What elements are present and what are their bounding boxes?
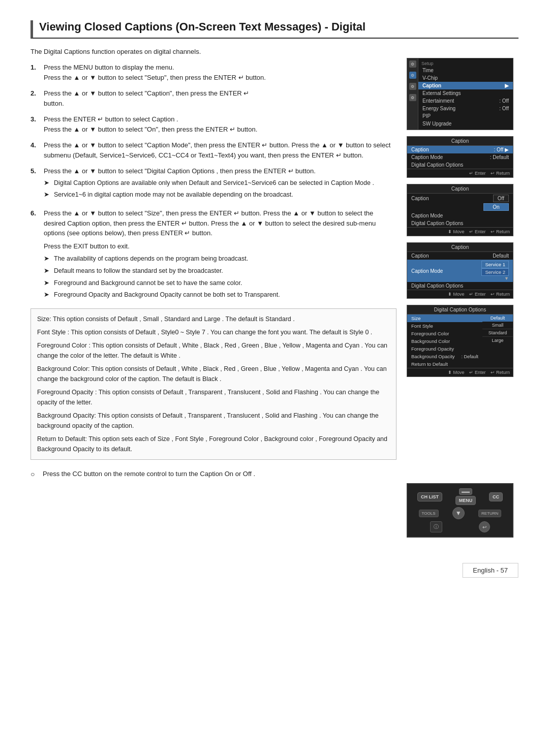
bottom-note-text: Press the CC button on the remote contro… <box>43 470 255 478</box>
digital-title: Digital Caption Options <box>407 305 513 314</box>
step-6-text: Press the ▲ or ▼ button to select "Size"… <box>44 209 376 237</box>
remote-extra-row: ⓘ ↩ <box>412 521 508 532</box>
step-6-exit: Press the EXIT button to exit. <box>44 241 396 251</box>
right-column: ⚙ ⚙ ⚙ ⚙ Setup Time V-Chip Caption ▶ <box>407 58 518 478</box>
steps-list: 1. Press the MENU button to display the … <box>30 62 396 302</box>
step-3-content: Press the ENTER ↵ button to select Capti… <box>44 114 396 134</box>
info-line-bgcolor: Background Color: This option consists o… <box>37 364 390 384</box>
step-6-note-4: ➤ Foreground Opacity and Background Opac… <box>44 290 396 300</box>
digital-return: Return to Default <box>407 360 482 368</box>
digital-menu: Size Font Style Foreground Color Backgro… <box>407 314 482 368</box>
setup-external: External Settings <box>418 89 513 97</box>
step-2-content: Press the ▲ or ▼ button to select "Capti… <box>44 88 396 108</box>
info-button[interactable]: ⓘ <box>430 521 442 532</box>
remote-wrapper: CH LIST ▬▬ MENU CC TOOLS ▼ RETURN ⓘ ↩ <box>30 483 518 538</box>
page-footer: English - 57 <box>462 563 518 578</box>
step-number-4: 4. <box>30 140 40 160</box>
setup-vchip: V-Chip <box>418 74 513 82</box>
step-5-notes: ➤ Digital Caption Options are available … <box>44 178 396 200</box>
footer-area: English - 57 <box>30 548 518 578</box>
icon-4: ⚙ <box>409 94 416 101</box>
back-button[interactable]: ↩ <box>479 521 490 532</box>
caption-panel-1: Caption Caption : Off ▶ Caption Mode : D… <box>407 136 513 178</box>
step-number-6: 6. <box>30 208 40 302</box>
nav-down-button[interactable]: ▼ <box>452 507 465 519</box>
step-4: 4. Press the ▲ or ▼ button to select "Ca… <box>30 140 396 160</box>
menu-button[interactable]: MENU <box>455 496 476 505</box>
step-6-content: Press the ▲ or ▼ button to select "Size"… <box>44 208 396 302</box>
cc-button[interactable]: CC <box>489 492 503 501</box>
step-5-text: Press the ▲ or ▼ button to select "Digit… <box>44 167 316 175</box>
step-1-content: Press the MENU button to display the men… <box>44 62 396 82</box>
return-button[interactable]: RETURN <box>478 510 501 517</box>
digital-fgcolor: Foreground Color <box>407 330 482 337</box>
caption1-item-mode: Caption Mode : Default <box>407 153 513 161</box>
caption3-item-caption: Caption Default <box>407 252 513 260</box>
caption2-dropdown: On <box>407 203 513 212</box>
caption-panel-2: Caption Caption Off On Caption Mode Digi… <box>407 184 513 236</box>
tools-button[interactable]: TOOLS <box>419 510 439 517</box>
step-6-note-3: ➤ Foreground and Background cannot be se… <box>44 278 396 288</box>
step-1: 1. Press the MENU button to display the … <box>30 62 396 82</box>
caption-panel-3: Caption Caption Default Caption Mode Ser… <box>407 242 513 299</box>
size-large: Large <box>482 337 513 344</box>
step-number-2: 2. <box>30 88 40 108</box>
info-line-fontstyle: Font Style : This option consists of Def… <box>37 327 390 337</box>
caption1-title: Caption <box>407 137 513 146</box>
setup-panel: ⚙ ⚙ ⚙ ⚙ Setup Time V-Chip Caption ▶ <box>407 58 513 130</box>
remote-top-row: CH LIST ▬▬ MENU CC <box>412 488 508 505</box>
digital-fgopacity: Foreground Opacity <box>407 345 482 353</box>
step-6: 6. Press the ▲ or ▼ button to select "Si… <box>30 208 396 302</box>
step-5-note-2: ➤ Service1~6 in digital caption mode may… <box>44 190 396 200</box>
setup-entertainment: Entertainment : Off <box>418 97 513 105</box>
caption3-footer: ⬍ Move ↵ Enter ↩ Return <box>407 290 513 298</box>
digital-bgcolor: Background Color <box>407 337 482 345</box>
step-2-text: Press the ▲ or ▼ button to select "Capti… <box>44 89 249 107</box>
digital-bgopacity: Background Opacity : Default <box>407 353 482 360</box>
caption2-footer: ⬍ Move ↵ Enter ↩ Return <box>407 227 513 236</box>
icon-2: ⚙ <box>409 72 416 79</box>
remote-bottom-row: TOOLS ▼ RETURN <box>412 507 508 519</box>
digital-content: Size Font Style Foreground Color Backgro… <box>407 314 513 368</box>
intro-text: The Digital Captions function operates o… <box>30 48 396 55</box>
setup-menu-items: Setup Time V-Chip Caption ▶ External Set… <box>418 58 513 130</box>
step-1-text: Press the MENU button to display the men… <box>44 64 174 71</box>
remote-area: CH LIST ▬▬ MENU CC TOOLS ▼ RETURN ⓘ ↩ <box>407 483 518 538</box>
step-5-note-1: ➤ Digital Caption Options are available … <box>44 178 396 188</box>
circle-icon: ○ <box>30 470 39 478</box>
page-title: Viewing Closed Captions (On-Screen Text … <box>30 20 518 39</box>
step-6-notes: ➤ The availability of captions depends o… <box>44 254 396 300</box>
digital-size-dropdown: Default Small Standard Large <box>482 314 513 368</box>
bottom-note: ○ Press the CC button on the remote cont… <box>30 470 396 478</box>
icon-1: ⚙ <box>409 60 416 68</box>
caption2-item-caption: Caption Off <box>407 194 513 203</box>
setup-pip: PIP <box>418 112 513 120</box>
step-3-text: Press the ENTER ↵ button to select Capti… <box>44 115 178 123</box>
remote-control: CH LIST ▬▬ MENU CC TOOLS ▼ RETURN ⓘ ↩ <box>407 483 513 538</box>
digital-size: Size <box>407 314 482 322</box>
step-5-content: Press the ▲ or ▼ button to select "Digit… <box>44 166 396 202</box>
setup-caption: Caption ▶ <box>418 82 513 89</box>
digital-footer: ⬍ Move ↵ Enter ↩ Return <box>407 368 513 376</box>
caption3-title: Caption <box>407 243 513 252</box>
step-number-3: 3. <box>30 114 40 134</box>
step-2: 2. Press the ▲ or ▼ button to select "Ca… <box>30 88 396 108</box>
menu-group: ▬▬ MENU <box>455 488 476 505</box>
caption1-item-digital: Digital Caption Options <box>407 161 513 169</box>
battery-icon: ▬▬ <box>459 488 472 495</box>
size-small: Small <box>482 322 513 329</box>
ch-list-button[interactable]: CH LIST <box>417 492 442 501</box>
setup-energy: Energy Saving : Off <box>418 105 513 112</box>
setup-sidebar: ⚙ ⚙ ⚙ ⚙ Setup Time V-Chip Caption ▶ <box>407 58 513 130</box>
size-default: Default <box>482 314 513 322</box>
step-6-note-1: ➤ The availability of captions depends o… <box>44 254 396 264</box>
info-line-return: Return to Default: This option sets each… <box>37 434 390 454</box>
step-5: 5. Press the ▲ or ▼ button to select "Di… <box>30 166 396 202</box>
caption3-item-mode: Caption Mode Service 1 Service 2 ▼ <box>407 260 513 282</box>
size-standard: Standard <box>482 329 513 337</box>
caption2-title: Caption <box>407 184 513 194</box>
step-6-note-2: ➤ Default means to follow the standard s… <box>44 266 396 276</box>
step-4-text: Press the ▲ or ▼ button to select "Capti… <box>44 141 390 159</box>
step-4-content: Press the ▲ or ▼ button to select "Capti… <box>44 140 396 160</box>
step-number-1: 1. <box>30 62 40 82</box>
